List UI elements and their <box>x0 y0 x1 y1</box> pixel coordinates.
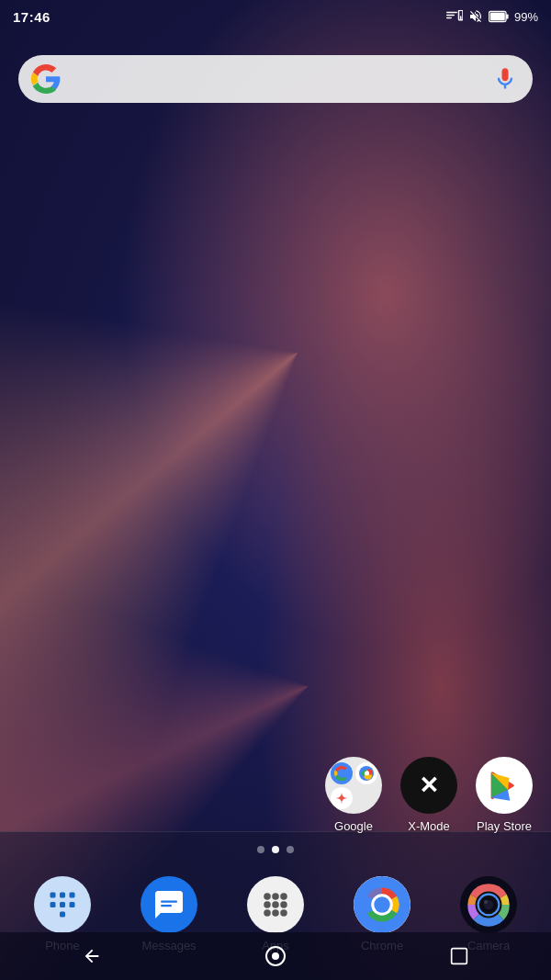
svg-text:✕: ✕ <box>419 772 439 799</box>
recents-button[interactable] <box>441 938 478 974</box>
svg-point-22 <box>272 893 279 900</box>
svg-rect-7 <box>490 13 505 20</box>
camera-circle <box>460 876 517 933</box>
svg-rect-19 <box>161 901 177 903</box>
svg-rect-41 <box>452 949 467 964</box>
xmode-circle: ✕ <box>400 757 457 814</box>
battery-icon <box>489 10 509 23</box>
back-button[interactable] <box>73 938 110 974</box>
messages-circle <box>141 876 197 933</box>
svg-point-21 <box>264 893 271 900</box>
svg-point-40 <box>272 952 279 960</box>
svg-point-27 <box>264 909 271 917</box>
google-folder-icon[interactable]: Google <box>325 757 382 833</box>
nav-bar <box>0 932 551 980</box>
xmode-label: X-Mode <box>408 819 450 833</box>
svg-rect-4 <box>460 16 462 20</box>
search-input[interactable] <box>70 55 492 103</box>
svg-rect-18 <box>60 912 65 918</box>
playstore-logo <box>487 768 522 803</box>
home-icons-row: Google ✕ X-Mode Play Store <box>0 757 551 833</box>
playstore-label: Play Store <box>477 819 532 833</box>
camera-icon <box>460 876 517 933</box>
apps-grid-icon <box>259 888 292 921</box>
status-icons: 99% <box>446 9 538 24</box>
svg-point-24 <box>264 901 271 908</box>
google-logo <box>31 64 61 94</box>
svg-point-25 <box>272 901 279 908</box>
playstore-circle <box>476 757 533 814</box>
svg-point-26 <box>280 901 287 908</box>
cast-icon <box>446 10 463 23</box>
xmode-logo: ✕ <box>409 765 449 805</box>
home-button[interactable] <box>257 938 294 974</box>
mic-icon[interactable] <box>492 66 518 92</box>
svg-point-29 <box>280 909 287 917</box>
photos-mini-icon <box>331 787 353 809</box>
messages-icon <box>152 888 186 921</box>
recents-icon <box>450 947 468 965</box>
svg-rect-16 <box>60 902 65 907</box>
svg-point-23 <box>280 893 287 900</box>
page-dot-2[interactable] <box>272 846 279 853</box>
svg-point-28 <box>272 909 279 917</box>
mute-icon <box>468 9 483 24</box>
svg-rect-12 <box>51 893 56 898</box>
playstore-app-icon[interactable]: Play Store <box>476 757 533 833</box>
xmode-app-icon[interactable]: ✕ X-Mode <box>400 757 457 833</box>
page-dot-1[interactable] <box>257 846 264 853</box>
status-time: 17:46 <box>13 9 51 25</box>
battery-percentage: 99% <box>514 10 538 24</box>
svg-rect-13 <box>60 893 65 898</box>
search-bar[interactable] <box>18 55 533 103</box>
svg-point-10 <box>364 772 367 775</box>
svg-rect-14 <box>70 893 75 898</box>
chrome-icon <box>354 876 410 933</box>
page-dot-3[interactable] <box>287 846 294 853</box>
status-bar: 17:46 99% <box>0 0 551 33</box>
apps-circle <box>247 876 304 933</box>
page-indicators <box>0 846 551 853</box>
phone-circle <box>34 876 91 933</box>
svg-rect-20 <box>161 905 172 907</box>
svg-rect-0 <box>446 12 457 14</box>
phone-icon <box>46 888 79 921</box>
google-folder-label: Google <box>334 819 373 833</box>
home-icon <box>264 945 287 967</box>
svg-rect-15 <box>51 902 56 907</box>
svg-rect-2 <box>446 17 452 19</box>
google-folder-circle <box>325 757 382 814</box>
svg-rect-17 <box>70 902 75 907</box>
svg-point-38 <box>484 900 488 904</box>
chrome-mini-icon <box>355 762 377 784</box>
svg-rect-6 <box>506 14 509 18</box>
svg-rect-1 <box>446 15 455 17</box>
chrome-circle <box>354 876 410 933</box>
back-icon <box>82 946 102 966</box>
svg-point-32 <box>374 896 389 912</box>
google-mini-icon <box>331 762 353 784</box>
